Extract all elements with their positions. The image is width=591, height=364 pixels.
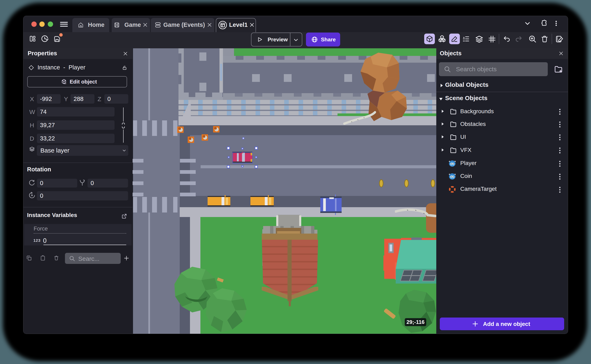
svg-text:3D: 3D bbox=[64, 83, 66, 84]
